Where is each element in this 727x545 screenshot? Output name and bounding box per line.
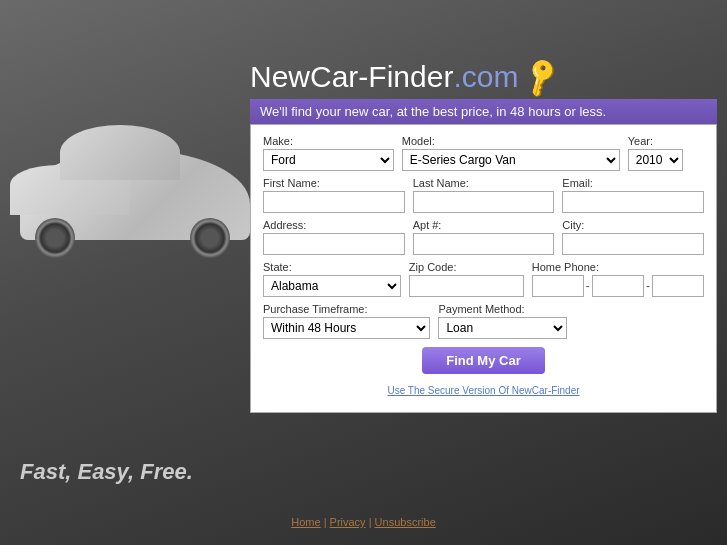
row-address: Address: Apt #: City: bbox=[263, 219, 704, 255]
key-icon: 🔑 bbox=[519, 54, 566, 100]
model-label: Model: bbox=[402, 135, 620, 147]
make-select[interactable]: Ford Chevrolet Toyota Honda bbox=[263, 149, 394, 171]
phone-prefix-input[interactable] bbox=[592, 275, 644, 297]
title-text: NewCar-Finder bbox=[250, 60, 453, 94]
site-title: NewCar-Finder.com🔑 bbox=[250, 60, 717, 94]
city-input[interactable] bbox=[562, 233, 704, 255]
email-input[interactable] bbox=[562, 191, 704, 213]
year-select[interactable]: 2010 2009 2011 2012 bbox=[628, 149, 683, 171]
model-group: Model: E-Series Cargo Van F-150 Mustang … bbox=[402, 135, 620, 171]
footer-home-link[interactable]: Home bbox=[291, 516, 320, 528]
make-label: Make: bbox=[263, 135, 394, 147]
email-label: Email: bbox=[562, 177, 704, 189]
phone-sep2: - bbox=[646, 279, 650, 293]
row-names-email: First Name: Last Name: Email: bbox=[263, 177, 704, 213]
timeframe-select[interactable]: Within 48 Hours Within 1 Week Within 1 M… bbox=[263, 317, 430, 339]
form-container: Make: Ford Chevrolet Toyota Honda Model:… bbox=[250, 124, 717, 413]
banner-text: We'll find your new car, at the best pri… bbox=[250, 99, 717, 124]
zip-input[interactable] bbox=[409, 275, 524, 297]
secure-link[interactable]: Use The Secure Version Of NewCar-Finder bbox=[387, 385, 579, 396]
last-name-input[interactable] bbox=[413, 191, 555, 213]
phone-label: Home Phone: bbox=[532, 261, 704, 273]
phone-sep1: - bbox=[586, 279, 590, 293]
find-btn-row: Find My Car bbox=[263, 347, 704, 374]
footer-unsubscribe-link[interactable]: Unsubscribe bbox=[375, 516, 436, 528]
make-group: Make: Ford Chevrolet Toyota Honda bbox=[263, 135, 394, 171]
year-label: Year: bbox=[628, 135, 704, 147]
model-select[interactable]: E-Series Cargo Van F-150 Mustang Explore… bbox=[402, 149, 620, 171]
phone-group: Home Phone: - - bbox=[532, 261, 704, 297]
phone-number-input[interactable] bbox=[652, 275, 704, 297]
main-panel: NewCar-Finder.com🔑 We'll find your new c… bbox=[250, 60, 717, 413]
footer: Home | Privacy | Unsubscribe bbox=[0, 512, 727, 530]
last-name-group: Last Name: bbox=[413, 177, 555, 213]
year-group: Year: 2010 2009 2011 2012 bbox=[628, 135, 704, 171]
timeframe-group: Purchase Timeframe: Within 48 Hours With… bbox=[263, 303, 430, 339]
payment-group: Payment Method: Loan Cash Lease bbox=[438, 303, 567, 339]
first-name-label: First Name: bbox=[263, 177, 405, 189]
apt-label: Apt #: bbox=[413, 219, 555, 231]
phone-area-input[interactable] bbox=[532, 275, 584, 297]
payment-select[interactable]: Loan Cash Lease bbox=[438, 317, 567, 339]
car-image bbox=[10, 100, 250, 270]
tagline: Fast, Easy, Free. bbox=[20, 459, 193, 485]
row-state-zip-phone: State: Alabama Alaska Arizona California… bbox=[263, 261, 704, 297]
row-timeframe-payment: Purchase Timeframe: Within 48 Hours With… bbox=[263, 303, 704, 339]
city-group: City: bbox=[562, 219, 704, 255]
first-name-group: First Name: bbox=[263, 177, 405, 213]
address-label: Address: bbox=[263, 219, 405, 231]
footer-privacy-link[interactable]: Privacy bbox=[330, 516, 366, 528]
footer-sep2: | bbox=[366, 516, 375, 528]
phone-inputs: - - bbox=[532, 275, 704, 297]
address-input[interactable] bbox=[263, 233, 405, 255]
zip-label: Zip Code: bbox=[409, 261, 524, 273]
state-select[interactable]: Alabama Alaska Arizona California Texas bbox=[263, 275, 401, 297]
first-name-input[interactable] bbox=[263, 191, 405, 213]
email-group: Email: bbox=[562, 177, 704, 213]
payment-label: Payment Method: bbox=[438, 303, 567, 315]
row-make-model-year: Make: Ford Chevrolet Toyota Honda Model:… bbox=[263, 135, 704, 171]
dot-com: .com bbox=[453, 60, 518, 94]
apt-group: Apt #: bbox=[413, 219, 555, 255]
apt-input[interactable] bbox=[413, 233, 555, 255]
secure-link-row: Use The Secure Version Of NewCar-Finder bbox=[263, 380, 704, 398]
state-label: State: bbox=[263, 261, 401, 273]
footer-sep1: | bbox=[321, 516, 330, 528]
city-label: City: bbox=[562, 219, 704, 231]
find-car-button[interactable]: Find My Car bbox=[422, 347, 544, 374]
address-group: Address: bbox=[263, 219, 405, 255]
zip-group: Zip Code: bbox=[409, 261, 524, 297]
timeframe-label: Purchase Timeframe: bbox=[263, 303, 430, 315]
state-group: State: Alabama Alaska Arizona California… bbox=[263, 261, 401, 297]
last-name-label: Last Name: bbox=[413, 177, 555, 189]
